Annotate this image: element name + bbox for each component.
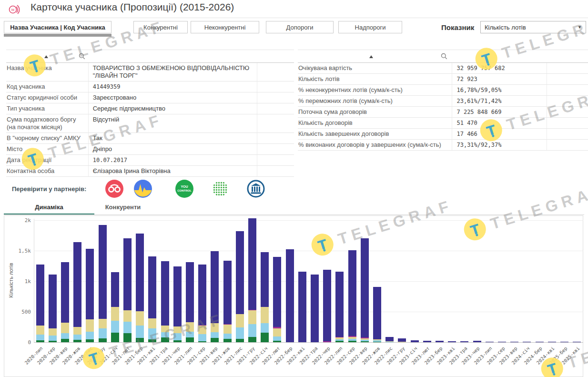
row-value[interactable]: 10.07.2017 [89, 155, 257, 165]
partner-court-building-icon[interactable] [246, 179, 265, 198]
bar-2023-лип[interactable] [486, 342, 494, 342]
green-bottom-segment [223, 339, 232, 342]
purple-top-segment [448, 341, 456, 342]
indicator-dropdown[interactable]: Кількість лотів ▼ [480, 21, 586, 33]
purple-top-segment [523, 342, 531, 342]
row-label: Кількість завершених договорів [298, 129, 452, 139]
bar-2021-лип[interactable] [186, 262, 194, 342]
row-value[interactable]: Середнє підприємництво [89, 103, 257, 114]
tab-dynamics[interactable]: Динаміка [4, 204, 94, 214]
bar-2020-гру[interactable] [99, 225, 107, 342]
bar-2023-лют[interactable] [423, 341, 431, 342]
bar-2023-січ[interactable] [411, 340, 419, 342]
bar-2022-лис[interactable] [385, 337, 394, 342]
row-value[interactable]: 73,31%/92,37% [452, 140, 547, 150]
bar-2022-бер[interactable] [286, 249, 294, 342]
row-value[interactable]: 41449359 [89, 82, 257, 92]
bar-2022-вер[interactable] [361, 238, 369, 342]
green-bottom-segment [136, 338, 144, 342]
sort-ascending-icon[interactable] [44, 55, 48, 58]
bar-2022-гру[interactable] [398, 338, 406, 342]
bar-2025-бер[interactable] [560, 342, 568, 342]
row-value[interactable]: 51 470 [452, 118, 547, 128]
bar-2021-гру[interactable] [248, 218, 256, 342]
bar-2023-чер[interactable] [473, 341, 481, 342]
bar-2023-бер[interactable] [436, 341, 444, 342]
bar-2022-кві[interactable] [298, 272, 306, 342]
bar-2020-вер[interactable] [61, 262, 69, 342]
row-value[interactable]: 72 923 [452, 74, 547, 84]
bar-2020-сер[interactable] [49, 275, 57, 342]
bar-2021-тра[interactable] [161, 261, 169, 342]
row-value[interactable]: 23,61%/71,42% [452, 96, 547, 106]
filter-tab-2[interactable]: Конкурентні [133, 21, 188, 33]
bar-2023-тра[interactable] [460, 341, 468, 342]
bar-2021-лис[interactable] [236, 231, 244, 342]
filter-tab-3[interactable]: Неконкурентні [191, 21, 259, 33]
bar-2022-жов[interactable] [373, 287, 381, 342]
sort-ascending-icon[interactable] [369, 55, 373, 58]
filter-tab-5[interactable]: Надпороги [338, 21, 402, 33]
bar-2021-кві[interactable] [148, 256, 156, 342]
green-bottom-segment [335, 341, 344, 342]
search-icon[interactable] [79, 53, 85, 61]
bar-2020-жов[interactable] [73, 242, 81, 342]
y-tick-label: 2k [16, 217, 31, 224]
bar-2022-січ[interactable] [261, 252, 269, 342]
bar-2023-кві[interactable] [448, 341, 456, 342]
kpi-table: Очікувана вартість32 959 757 682Кількіст… [298, 50, 588, 151]
y-tick-label: 0 [16, 339, 31, 346]
row-value[interactable]: 17 466 [452, 129, 547, 139]
green-bottom-segment [99, 338, 107, 342]
app-logo-icon: bi [7, 2, 24, 16]
tab-competitors[interactable]: Конкуренти [98, 204, 148, 214]
partner-opendatabot-flag-icon[interactable] [133, 179, 152, 198]
tan-segment [161, 326, 169, 332]
bar-2024-кві[interactable] [548, 342, 556, 342]
row-value[interactable]: 16,78%/59,05% [452, 85, 547, 95]
tan-segment [186, 322, 194, 332]
purple-top-segment [261, 252, 269, 307]
table-row: % неконкурентних лотів (сума/к-сть)16,78… [298, 85, 588, 96]
bar-2023-вер[interactable] [510, 342, 518, 342]
bar-2021-сер[interactable] [198, 265, 206, 342]
bar-2022-чер[interactable] [323, 270, 331, 342]
filter-tab-1[interactable]: Назва Учасника | Код Учасника [4, 21, 112, 33]
bar-2021-бер[interactable] [136, 234, 144, 342]
bar-2022-сер[interactable] [348, 250, 356, 342]
row-value[interactable]: Єлізарова Ірина Вікторівна [89, 166, 257, 176]
bar-2024-січ[interactable] [523, 342, 531, 342]
bar-2021-чер[interactable] [173, 266, 182, 342]
partner-clarity-binoculars-icon[interactable] [105, 179, 124, 198]
bar-2020-лис[interactable] [86, 249, 94, 342]
bar-2024-бер[interactable] [536, 342, 544, 342]
row-label: Місто [6, 144, 89, 154]
row-value[interactable]: 7 225 848 669 [452, 107, 547, 117]
search-icon[interactable] [441, 53, 447, 61]
partner-youcontrol-icon[interactable]: YOU CONTROL [175, 179, 194, 198]
bar-2022-тра[interactable] [311, 275, 319, 342]
table-row: В "чорному списку" АМКУТак [6, 133, 294, 144]
filter-tab-4[interactable]: Допороги [266, 21, 334, 33]
row-value[interactable]: Дніпро [89, 144, 257, 154]
bar-2021-вер[interactable] [211, 251, 219, 342]
row-value[interactable]: Відсутній [89, 114, 257, 132]
bar-2025-кві[interactable] [573, 342, 581, 342]
row-value[interactable]: Зареєстровано [89, 92, 257, 103]
bar-2021-січ[interactable] [111, 272, 119, 342]
row-value[interactable]: Так [89, 133, 257, 143]
bar-2022-лип[interactable] [335, 272, 344, 342]
row-filler-cell [547, 140, 588, 150]
bar-2020-лип[interactable] [36, 265, 44, 342]
purple-top-segment [298, 272, 306, 342]
row-value[interactable]: 32 959 757 682 [452, 63, 547, 73]
row-value[interactable]: ТОВАРИСТВО З ОБМЕЖЕНОЮ ВІДПОВІДАЛЬНІСТЮ … [89, 63, 257, 81]
purple-top-segment [573, 342, 581, 342]
partner-dotted-globe-icon[interactable] [211, 179, 230, 198]
bar-2023-сер[interactable] [498, 342, 506, 342]
purple-top-segment [286, 249, 294, 342]
row-filler-cell [257, 133, 294, 143]
bar-2021-лют[interactable] [123, 238, 132, 342]
bar-2021-жов[interactable] [223, 261, 232, 342]
bar-2022-лют[interactable] [273, 257, 281, 342]
